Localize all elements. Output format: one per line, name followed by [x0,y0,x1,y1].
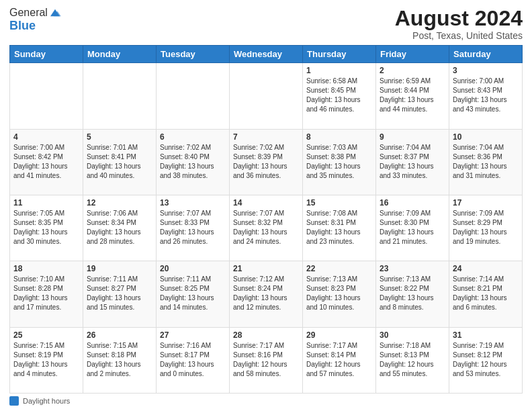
table-cell: 3Sunrise: 7:00 AM Sunset: 8:43 PM Daylig… [449,63,523,129]
logo-blue-text: Blue [9,19,36,32]
day-number: 15 [306,198,372,208]
day-info: Sunrise: 7:17 AM Sunset: 8:14 PM Dayligh… [306,341,372,379]
table-cell: 8Sunrise: 7:03 AM Sunset: 8:38 PM Daylig… [303,129,376,195]
day-number: 28 [233,330,299,340]
day-info: Sunrise: 6:59 AM Sunset: 8:44 PM Dayligh… [380,77,445,114]
day-info: Sunrise: 7:16 AM Sunset: 8:17 PM Dayligh… [160,341,226,379]
day-number: 1 [306,66,372,75]
day-number: 22 [306,264,372,273]
table-cell: 1Sunrise: 6:58 AM Sunset: 8:45 PM Daylig… [303,63,376,129]
table-cell [83,63,157,129]
day-info: Sunrise: 7:15 AM Sunset: 8:19 PM Dayligh… [13,341,79,379]
day-info: Sunrise: 7:06 AM Sunset: 8:34 PM Dayligh… [87,209,152,246]
day-info: Sunrise: 7:19 AM Sunset: 8:12 PM Dayligh… [453,341,519,379]
day-number: 16 [380,198,445,208]
day-number: 29 [306,330,372,340]
col-thursday: Thursday [303,46,376,63]
subtitle: Post, Texas, United States [395,30,523,41]
day-number: 25 [13,330,79,340]
table-cell: 25Sunrise: 7:15 AM Sunset: 8:19 PM Dayli… [10,327,83,393]
logo-general-text: General [9,7,48,19]
main-title: August 2024 [395,7,523,30]
table-cell: 31Sunrise: 7:19 AM Sunset: 8:12 PM Dayli… [449,327,523,393]
table-cell: 21Sunrise: 7:12 AM Sunset: 8:24 PM Dayli… [230,261,303,327]
col-sunday: Sunday [10,46,83,63]
table-cell: 9Sunrise: 7:04 AM Sunset: 8:37 PM Daylig… [376,129,449,195]
table-cell: 13Sunrise: 7:07 AM Sunset: 8:33 PM Dayli… [157,195,230,261]
table-cell: 26Sunrise: 7:15 AM Sunset: 8:18 PM Dayli… [83,327,157,393]
table-cell: 4Sunrise: 7:00 AM Sunset: 8:42 PM Daylig… [10,129,83,195]
day-number: 17 [453,198,519,208]
day-info: Sunrise: 7:02 AM Sunset: 8:39 PM Dayligh… [233,143,299,181]
day-info: Sunrise: 7:13 AM Sunset: 8:23 PM Dayligh… [306,275,372,312]
day-number: 4 [13,132,79,142]
day-info: Sunrise: 7:04 AM Sunset: 8:36 PM Dayligh… [453,143,519,181]
table-cell: 2Sunrise: 6:59 AM Sunset: 8:44 PM Daylig… [376,63,449,129]
day-info: Sunrise: 7:13 AM Sunset: 8:22 PM Dayligh… [380,275,445,312]
legend-color-box [9,396,19,406]
day-number: 13 [160,198,226,208]
day-info: Sunrise: 7:11 AM Sunset: 8:25 PM Dayligh… [160,275,226,312]
day-number: 2 [380,66,445,75]
col-monday: Monday [83,46,157,63]
day-number: 24 [453,264,519,273]
table-cell: 17Sunrise: 7:09 AM Sunset: 8:29 PM Dayli… [449,195,523,261]
day-info: Sunrise: 7:12 AM Sunset: 8:24 PM Dayligh… [233,275,299,312]
day-number: 27 [160,330,226,340]
header: General Blue August 2024 Post, Texas, Un… [9,7,523,41]
day-number: 18 [13,264,79,273]
table-cell: 18Sunrise: 7:10 AM Sunset: 8:28 PM Dayli… [10,261,83,327]
title-block: August 2024 Post, Texas, United States [395,7,523,41]
table-cell [10,63,83,129]
week-row-5: 25Sunrise: 7:15 AM Sunset: 8:19 PM Dayli… [10,327,523,393]
day-info: Sunrise: 7:15 AM Sunset: 8:18 PM Dayligh… [87,341,152,379]
footer-legend: Daylight hours [9,396,523,406]
day-info: Sunrise: 7:02 AM Sunset: 8:40 PM Dayligh… [160,143,226,181]
day-number: 9 [380,132,445,142]
table-cell: 16Sunrise: 7:09 AM Sunset: 8:30 PM Dayli… [376,195,449,261]
day-info: Sunrise: 7:17 AM Sunset: 8:16 PM Dayligh… [233,341,299,379]
day-info: Sunrise: 7:08 AM Sunset: 8:31 PM Dayligh… [306,209,372,246]
day-info: Sunrise: 7:11 AM Sunset: 8:27 PM Dayligh… [87,275,152,312]
table-cell: 6Sunrise: 7:02 AM Sunset: 8:40 PM Daylig… [157,129,230,195]
table-cell: 11Sunrise: 7:05 AM Sunset: 8:35 PM Dayli… [10,195,83,261]
table-cell: 12Sunrise: 7:06 AM Sunset: 8:34 PM Dayli… [83,195,157,261]
table-cell: 27Sunrise: 7:16 AM Sunset: 8:17 PM Dayli… [157,327,230,393]
table-cell: 23Sunrise: 7:13 AM Sunset: 8:22 PM Dayli… [376,261,449,327]
day-number: 21 [233,264,299,273]
day-number: 5 [87,132,152,142]
day-number: 8 [306,132,372,142]
table-cell: 14Sunrise: 7:07 AM Sunset: 8:32 PM Dayli… [230,195,303,261]
day-number: 10 [453,132,519,142]
table-cell: 24Sunrise: 7:14 AM Sunset: 8:21 PM Dayli… [449,261,523,327]
day-number: 26 [87,330,152,340]
table-cell [157,63,230,129]
day-number: 12 [87,198,152,208]
table-cell: 5Sunrise: 7:01 AM Sunset: 8:41 PM Daylig… [83,129,157,195]
week-row-4: 18Sunrise: 7:10 AM Sunset: 8:28 PM Dayli… [10,261,523,327]
week-row-2: 4Sunrise: 7:00 AM Sunset: 8:42 PM Daylig… [10,129,523,195]
day-info: Sunrise: 7:14 AM Sunset: 8:21 PM Dayligh… [453,275,519,312]
day-number: 23 [380,264,445,273]
day-number: 19 [87,264,152,273]
table-cell: 15Sunrise: 7:08 AM Sunset: 8:31 PM Dayli… [303,195,376,261]
day-number: 3 [453,66,519,75]
day-info: Sunrise: 7:07 AM Sunset: 8:33 PM Dayligh… [160,209,226,246]
table-cell: 10Sunrise: 7:04 AM Sunset: 8:36 PM Dayli… [449,129,523,195]
calendar-header-row: Sunday Monday Tuesday Wednesday Thursday… [10,46,523,63]
day-number: 30 [380,330,445,340]
table-cell: 20Sunrise: 7:11 AM Sunset: 8:25 PM Dayli… [157,261,230,327]
day-number: 7 [233,132,299,142]
day-info: Sunrise: 6:58 AM Sunset: 8:45 PM Dayligh… [306,77,372,114]
table-cell [230,63,303,129]
page: General Blue August 2024 Post, Texas, Un… [0,0,532,411]
day-number: 14 [233,198,299,208]
logo-icon [49,8,61,17]
table-cell: 22Sunrise: 7:13 AM Sunset: 8:23 PM Dayli… [303,261,376,327]
table-cell: 29Sunrise: 7:17 AM Sunset: 8:14 PM Dayli… [303,327,376,393]
day-info: Sunrise: 7:01 AM Sunset: 8:41 PM Dayligh… [87,143,152,181]
day-info: Sunrise: 7:04 AM Sunset: 8:37 PM Dayligh… [380,143,445,181]
day-number: 11 [13,198,79,208]
day-info: Sunrise: 7:03 AM Sunset: 8:38 PM Dayligh… [306,143,372,181]
col-saturday: Saturday [449,46,523,63]
